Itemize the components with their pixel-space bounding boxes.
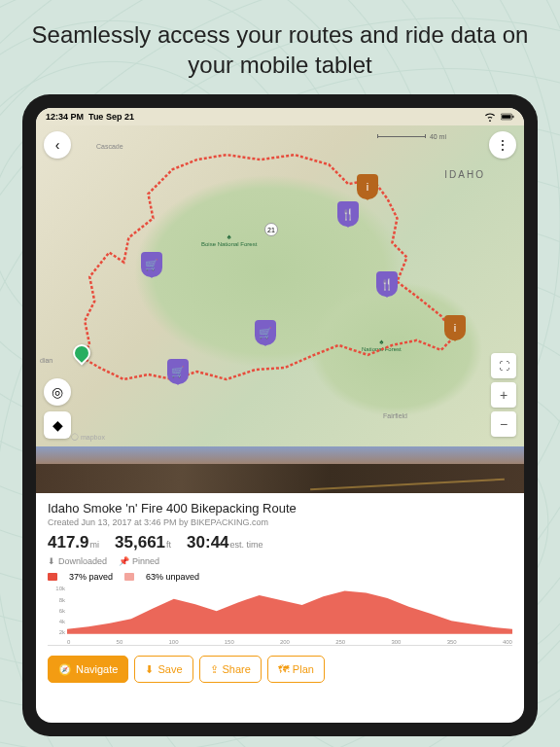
route-photo[interactable] [36,446,524,493]
plan-button[interactable]: 🗺Plan [267,656,325,683]
download-icon: ⬇ [145,663,154,676]
status-bar: 12:34 PM Tue Sep 21 [36,108,524,125]
route-stats: 417.9mi 35,661ft 30:44est. time [48,533,512,552]
route-path [36,125,524,446]
map-attribution: ◯ mapbox [71,433,105,441]
route-meta: Created Jun 13, 2017 at 3:46 PM by BIKEP… [48,517,512,527]
poi-info-icon[interactable]: i [444,315,466,340]
downloaded-badge: ⬇Downloaded [48,556,107,566]
paved-chip [48,573,57,581]
share-button[interactable]: ⇪Share [199,656,262,683]
route-details: Idaho Smoke 'n' Fire 400 Bikepacking Rou… [36,493,524,656]
action-bar: 🧭Navigate ⬇Save ⇪Share 🗺Plan [36,656,524,693]
elevation-chart[interactable]: 10k8k6k4k2k 050100150200250300350400 [48,586,512,646]
download-icon: ⬇ [48,556,55,566]
elevation-value: 35,661 [115,533,165,551]
svg-rect-1 [502,116,510,120]
map-scale: 40 mi [377,133,446,140]
status-date: Tue Sep 21 [88,112,134,122]
marketing-headline: Seamlessly access your routes and ride d… [0,0,560,94]
share-icon: ⇪ [210,663,219,676]
tablet-screen: 12:34 PM Tue Sep 21 IDAHO ♠Boise Nationa… [36,108,524,723]
save-button[interactable]: ⬇Save [134,656,192,683]
svg-rect-2 [512,116,513,118]
compass-icon: 🧭 [58,663,72,676]
unpaved-chip [124,573,134,581]
navigate-button[interactable]: 🧭Navigate [48,656,128,683]
pin-icon: 📌 [119,556,129,566]
surface-legend: 37% paved 63% unpaved [48,572,512,582]
map-view[interactable]: IDAHO ♠Boise National Forest ♠National F… [36,125,524,446]
zoom-out-button[interactable]: − [491,411,516,437]
status-time: 12:34 PM [46,112,84,122]
zoom-in-button[interactable]: + [491,382,516,408]
battery-icon [501,112,514,122]
poi-shop-icon[interactable]: 🛒 [255,320,276,345]
time-value: 30:44 [187,533,228,551]
map-icon: 🗺 [278,663,289,675]
route-title: Idaho Smoke 'n' Fire 400 Bikepacking Rou… [48,501,512,516]
poi-food-icon[interactable]: 🍴 [376,271,398,297]
poi-food-icon[interactable]: 🍴 [337,201,359,227]
wifi-icon [483,112,497,122]
poi-info-icon[interactable]: i [357,174,378,199]
tablet-frame: 12:34 PM Tue Sep 21 IDAHO ♠Boise Nationa… [22,94,538,736]
distance-value: 417.9 [48,533,89,551]
pinned-badge: 📌Pinned [119,556,159,566]
expand-button[interactable]: ⛶ [491,353,516,378]
poi-shop-icon[interactable]: 🛒 [141,252,162,277]
layers-button[interactable]: ◆ [44,411,71,439]
poi-shop-icon[interactable]: 🛒 [167,359,189,384]
